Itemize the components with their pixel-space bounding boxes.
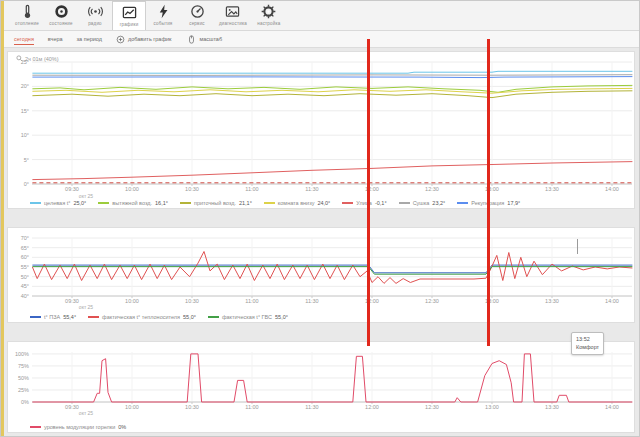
legend-item[interactable]: приточный возд.21,1° bbox=[180, 200, 252, 206]
legend-value: -0,1° bbox=[375, 200, 387, 206]
x-axis-date-label: окт 25 bbox=[79, 410, 93, 416]
lightning-icon bbox=[156, 4, 171, 19]
x-tick-label: 13:30 bbox=[545, 404, 559, 410]
scale-button[interactable]: масштаб bbox=[187, 35, 222, 44]
toolbar-item-label: настройка bbox=[257, 21, 280, 26]
tab-за-период[interactable]: за период bbox=[77, 34, 102, 44]
legend-label: фактическая t° ГВС bbox=[222, 314, 272, 320]
chart-zoom-range: 2ч 01м (40%) bbox=[16, 55, 59, 62]
toolbar-item-label: графики bbox=[120, 22, 139, 27]
gauge-icon bbox=[190, 4, 205, 19]
x-tick-label: 10:30 bbox=[185, 186, 199, 192]
y-tick-label: 60° bbox=[21, 254, 29, 260]
x-tick-label: 13:30 bbox=[545, 186, 559, 192]
legend-swatch bbox=[30, 426, 41, 428]
toolbar-item-chart[interactable]: графики bbox=[112, 1, 146, 30]
y-tick-label: 5° bbox=[24, 157, 29, 163]
toolbar-item-label: радио bbox=[88, 21, 102, 26]
tab-сегодня[interactable]: сегодня bbox=[14, 34, 34, 45]
x-tick-label: 11:30 bbox=[305, 186, 318, 192]
toolbar-item-radio[interactable]: радио bbox=[78, 1, 112, 30]
y-tick-label: 100% bbox=[15, 351, 29, 357]
mouse-icon bbox=[187, 35, 196, 44]
toolbar-item-lightning[interactable]: события bbox=[146, 1, 180, 30]
toolbar-item-gauge[interactable]: сервис bbox=[180, 1, 214, 30]
legend-value: 16,1° bbox=[155, 200, 168, 206]
legend-value: 55,4° bbox=[63, 314, 76, 320]
legend-swatch bbox=[342, 202, 353, 204]
zont-monitoring-window: отоплениесостояниерадиографикисобытиясер… bbox=[0, 0, 640, 437]
temperatures-legend: целевая t°25,0°вытяжной возд.16,1°приточ… bbox=[30, 200, 532, 206]
x-tick-label: 09:30 bbox=[65, 298, 79, 304]
legend-item[interactable]: целевая t°25,0° bbox=[30, 200, 86, 206]
toolbar-item-gear[interactable]: настройка bbox=[252, 1, 286, 30]
tooltip-time: 13:52 bbox=[576, 335, 599, 343]
legend-value: 24,0° bbox=[317, 200, 330, 206]
x-tick-label: 13:00 bbox=[485, 404, 499, 410]
legend-item[interactable]: уровень модуляции горелки0% bbox=[30, 424, 126, 430]
x-tick-label: 13:30 bbox=[545, 298, 559, 304]
legend-item[interactable]: вытяжной возд.16,1° bbox=[98, 200, 168, 206]
y-tick-label: 75% bbox=[18, 363, 29, 369]
tab-вчера[interactable]: вчера bbox=[48, 34, 63, 44]
y-tick-label: 25% bbox=[18, 387, 29, 393]
temperatures-plot[interactable]: 25°20°15°10°5°0°09:30окт 2510:0010:3011:… bbox=[8, 52, 636, 210]
chart-period-tabs: сегоднявчераза периоддобавить графикмасш… bbox=[4, 31, 640, 48]
legend-item[interactable]: фактическая t° теплоносителя55,0° bbox=[88, 314, 196, 320]
chart-card-boiler-temp: 70°65°60°55°50°45°40°09:30окт 2510:0010:… bbox=[7, 227, 635, 323]
x-tick-label: 14:00 bbox=[605, 186, 619, 192]
x-tick-label: 10:00 bbox=[125, 186, 139, 192]
event-marker-line bbox=[487, 39, 490, 346]
series-целевая-t- bbox=[32, 71, 632, 73]
chart-card-temperatures: 2ч 01м (40%) 25°20°15°10°5°0°09:30окт 25… bbox=[7, 51, 635, 209]
gear-icon bbox=[261, 4, 276, 19]
toolbar-item-image[interactable]: диагностика bbox=[214, 1, 252, 30]
boiler-temp-legend: t° ПЗА55,4°фактическая t° теплоносителя5… bbox=[30, 314, 300, 320]
x-tick-label: 10:00 bbox=[125, 298, 139, 304]
legend-item[interactable]: Сушка23,2° bbox=[399, 200, 446, 206]
legend-value: 21,1° bbox=[239, 200, 252, 206]
x-tick-label: 12:30 bbox=[425, 186, 439, 192]
series-приточный-возд- bbox=[32, 91, 632, 98]
burner-modulation-plot[interactable]: 100%75%50%25%0%09:30окт 2510:0010:3011:0… bbox=[8, 342, 636, 434]
legend-value: 17,9° bbox=[507, 200, 520, 206]
event-marker-line bbox=[367, 39, 370, 346]
series-Рекуперация bbox=[32, 77, 632, 78]
boiler-temp-plot[interactable]: 70°65°60°55°50°45°40°09:30окт 2510:0010:… bbox=[8, 228, 636, 324]
legend-item[interactable]: фактическая t° ГВС55,0° bbox=[208, 314, 288, 320]
plus-circle-icon bbox=[116, 35, 125, 44]
legend-swatch bbox=[264, 202, 275, 204]
legend-label: вытяжной возд. bbox=[112, 200, 152, 206]
legend-value: 23,2° bbox=[432, 200, 445, 206]
y-tick-label: 50° bbox=[21, 274, 29, 280]
legend-item[interactable]: Улица-0,1° bbox=[342, 200, 386, 206]
thermometer-icon bbox=[20, 4, 35, 19]
x-tick-label: 11:30 bbox=[305, 404, 318, 410]
add-graph-button[interactable]: добавить график bbox=[116, 35, 171, 44]
toolbar-item-status[interactable]: состояние bbox=[44, 1, 78, 30]
toolbar-item-thermometer[interactable]: отопление bbox=[10, 1, 44, 30]
x-tick-label: 09:30 bbox=[65, 186, 79, 192]
x-tick-label: 09:30 bbox=[65, 404, 79, 410]
x-tick-label: 12:00 bbox=[365, 404, 379, 410]
x-tick-label: 12:30 bbox=[425, 298, 439, 304]
y-tick-label: 70° bbox=[21, 235, 29, 241]
legend-label: целевая t° bbox=[44, 200, 70, 206]
y-tick-label: 45° bbox=[21, 283, 29, 289]
y-tick-label: 40° bbox=[21, 293, 29, 299]
y-tick-label: 15° bbox=[21, 108, 29, 114]
legend-value: 55,0° bbox=[275, 314, 288, 320]
legend-item[interactable]: комната внизу24,0° bbox=[264, 200, 330, 206]
chart-card-burner-modulation: 100%75%50%25%0%09:30окт 2510:0010:3011:0… bbox=[7, 341, 635, 433]
legend-swatch bbox=[30, 202, 41, 204]
x-tick-label: 11:00 bbox=[245, 404, 258, 410]
legend-item[interactable]: t° ПЗА55,4° bbox=[30, 314, 76, 320]
main-toolbar: отоплениесостояниерадиографикисобытиясер… bbox=[4, 1, 640, 31]
hover-cursor-line bbox=[577, 239, 578, 254]
legend-swatch bbox=[30, 316, 41, 318]
x-tick-label: 11:30 bbox=[305, 298, 318, 304]
tooltip-mode: Комфорт bbox=[576, 343, 599, 351]
chart-tooltip: 13:52 Комфорт bbox=[571, 332, 604, 355]
legend-value: 55,0° bbox=[183, 314, 196, 320]
toolbar-item-label: события bbox=[153, 21, 172, 26]
